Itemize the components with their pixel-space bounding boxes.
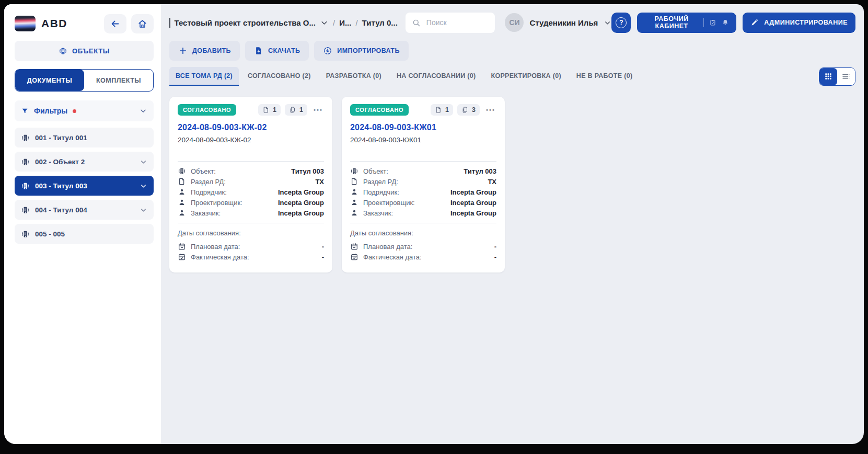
field-value: Incepta Group — [450, 199, 496, 207]
status-filter-tab[interactable]: ВСЕ ТОМА РД (2) — [169, 67, 239, 86]
field-icon — [350, 242, 358, 251]
card-field-row: Проектировщик: Incepta Group — [178, 197, 324, 208]
card-title-link[interactable]: 2024-08-09-003-КЖ-02 — [178, 123, 324, 132]
field-label: Раздел РД: — [191, 178, 226, 186]
documents-count: 1 — [445, 106, 449, 114]
home-button[interactable] — [131, 14, 154, 33]
field-value: ТХ — [315, 178, 324, 186]
status-filter-tab[interactable]: НЕ В РАБОТЕ (0) — [570, 67, 639, 86]
administration-button[interactable]: АДМИНИСТРИРОВАНИЕ — [743, 13, 855, 33]
chevron-down-icon[interactable] — [140, 206, 147, 214]
grid-view-button[interactable] — [819, 68, 837, 85]
documents-count-chip[interactable]: 1 — [431, 104, 453, 116]
card-subtitle: 2024-08-09-003-КЖ-02 — [178, 136, 324, 144]
document-icon — [435, 106, 442, 114]
status-filter-tab[interactable]: НА СОГЛАСОВАНИИ (0) — [390, 67, 482, 86]
tab-documents[interactable]: ДОКУМЕНТЫ — [15, 70, 84, 91]
download-button-label: СКАЧАТЬ — [268, 47, 300, 54]
user-name: Студеникин Илья — [529, 18, 598, 27]
sidebar-nav-buttons — [104, 14, 154, 33]
breadcrumb-middle[interactable]: И... — [339, 18, 351, 27]
import-button[interactable]: ИМПОРТИРОВАТЬ — [314, 41, 408, 61]
status-filter-tab[interactable]: КОРРЕКТИРОВКА (0) — [485, 67, 568, 86]
objects-button[interactable]: ОБЪЕКТЫ — [15, 41, 154, 61]
chevron-down-icon[interactable] — [140, 182, 147, 190]
filters-label: Фильтры — [34, 107, 67, 115]
arrow-left-icon — [110, 19, 120, 29]
building-icon — [59, 47, 67, 55]
field-icon — [178, 188, 186, 196]
documents-count-chip[interactable]: 1 — [258, 104, 281, 116]
card-fields: Объект: Титул 003 Раздел РД: ТХ Подрядчи… — [350, 166, 496, 218]
filter-icon — [21, 107, 29, 115]
administration-button-label: АДМИНИСТРИРОВАНИЕ — [764, 19, 848, 26]
breadcrumb-project[interactable]: Тестовый проект строительства О... — [175, 18, 316, 27]
header-actions: ? РАБОЧИЙ КАБИНЕТ АДМИНИСТРИРОВАНИЕ — [611, 13, 855, 33]
sidebar-object-item[interactable]: 004 - Титул 004 — [15, 200, 154, 220]
question-icon: ? — [616, 17, 627, 28]
breadcrumb-current[interactable]: Титул 0... — [362, 18, 398, 27]
card-field-row: Заказчик: Incepta Group — [178, 208, 324, 218]
building-icon — [21, 133, 30, 142]
workspace-button[interactable]: РАБОЧИЙ КАБИНЕТ — [637, 13, 736, 33]
object-item-label: 005 - 005 — [35, 230, 65, 238]
tasks-icon[interactable] — [709, 18, 716, 27]
back-button[interactable] — [104, 14, 126, 33]
versions-count: 1 — [299, 106, 303, 114]
versions-count-chip[interactable]: 1 — [285, 104, 307, 116]
more-menu-button[interactable]: ⋯ — [484, 107, 496, 112]
top-bar: Тестовый проект строительства О... / И..… — [169, 11, 855, 34]
building-icon — [21, 181, 30, 190]
add-button[interactable]: ДОБАВИТЬ — [169, 41, 240, 61]
field-label: Фактическая дата: — [363, 253, 422, 261]
card-field-row: Раздел РД: ТХ — [350, 176, 496, 187]
divider — [350, 161, 496, 162]
status-badge: СОГЛАСОВАНО — [350, 104, 409, 116]
user-menu[interactable]: СИ Студеникин Илья — [505, 13, 611, 32]
document-cards: СОГЛАСОВАНО 1 1 ⋯ 2024-08-09-003-КЖ-02 2… — [169, 97, 855, 273]
field-icon — [178, 253, 186, 261]
versions-count-chip[interactable]: 3 — [457, 104, 480, 116]
field-value: Титул 003 — [291, 167, 324, 175]
card-counters: 1 1 ⋯ — [258, 104, 324, 116]
help-button[interactable]: ? — [611, 13, 631, 33]
field-icon — [178, 167, 186, 175]
sidebar-object-list: 001 - Титул 001 002 - Объект 2 003 - Тит… — [15, 128, 154, 244]
field-icon — [350, 209, 358, 217]
sidebar-object-item[interactable]: 002 - Объект 2 — [15, 152, 154, 172]
field-label: Плановая дата: — [363, 243, 412, 251]
field-icon — [178, 209, 186, 217]
tab-komplekty[interactable]: КОМПЛЕКТЫ — [84, 70, 153, 91]
button-divider — [703, 18, 704, 27]
more-menu-button[interactable]: ⋯ — [311, 107, 324, 112]
field-value: ТХ — [488, 178, 496, 186]
breadcrumb-separator: / — [333, 18, 335, 27]
card-field-row: Объект: Титул 003 — [178, 166, 324, 176]
document-icon — [262, 106, 270, 114]
field-icon — [350, 177, 358, 186]
list-view-button[interactable] — [837, 68, 855, 85]
breadcrumb-dropdown-icon[interactable] — [320, 18, 329, 27]
chevron-down-icon[interactable] — [140, 158, 147, 166]
sidebar-object-item[interactable]: 001 - Титул 001 — [15, 128, 154, 147]
copies-icon — [461, 106, 469, 114]
dates-section-label: Даты согласования: — [350, 229, 496, 237]
card-field-row: Фактическая дата: - — [178, 252, 324, 262]
object-item-label: 002 - Объект 2 — [35, 158, 85, 166]
card-field-row: Плановая дата: - — [178, 241, 324, 252]
notifications-bell-icon[interactable] — [722, 18, 729, 27]
sidebar: ABD ОБЪЕКТЫ ДОКУМЕНТЫ КОМПЛЕКТЫ Фильтры — [4, 4, 161, 444]
download-button[interactable]: СКАЧАТЬ — [245, 41, 309, 61]
status-filter-tab[interactable]: СОГЛАСОВАНО (2) — [241, 67, 317, 86]
field-label: Объект: — [363, 167, 388, 175]
sidebar-object-item[interactable]: 003 - Титул 003 — [15, 176, 154, 196]
filters-toggle[interactable]: Фильтры — [15, 100, 154, 121]
card-fields: Объект: Титул 003 Раздел РД: ТХ Подрядчи… — [178, 166, 324, 218]
card-title-link[interactable]: 2024-08-09-003-КЖ01 — [350, 123, 496, 132]
status-filter-tab[interactable]: РАЗРАБОТКА (0) — [320, 67, 388, 86]
search-input[interactable] — [425, 18, 489, 27]
download-file-icon — [254, 46, 263, 55]
filter-tabs-host: ВСЕ ТОМА РД (2)СОГЛАСОВАНО (2)РАЗРАБОТКА… — [169, 67, 639, 86]
sidebar-object-item[interactable]: 005 - 005 — [15, 224, 154, 244]
field-value: Incepta Group — [278, 188, 324, 196]
